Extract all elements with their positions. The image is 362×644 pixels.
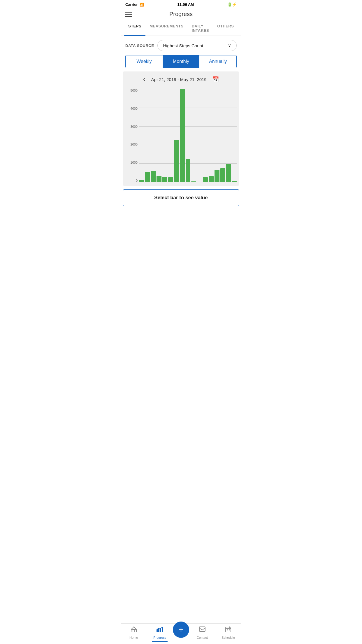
bar-12[interactable] (209, 176, 214, 182)
wifi-icon: 📶 (140, 3, 144, 7)
bar-4[interactable] (162, 177, 167, 182)
data-source-dropdown[interactable]: Highest Steps Count ∨ (157, 40, 237, 51)
period-monthly[interactable]: Monthly (163, 55, 200, 68)
menu-button[interactable] (125, 12, 132, 17)
bar-6[interactable] (174, 140, 179, 182)
chart-inner (139, 89, 237, 182)
y-axis: 5000 4000 3000 2000 1000 0 (125, 89, 139, 182)
prev-arrow[interactable]: ‹ (143, 76, 145, 83)
date-range: Apr 21, 2019 - May 21, 2019 (151, 77, 207, 82)
tab-measurements[interactable]: MEASUREMENTS (145, 21, 188, 36)
calendar-icon[interactable]: 📅 (212, 76, 219, 83)
bar-8[interactable] (186, 159, 191, 183)
select-bar-text: Select bar to see value (154, 195, 208, 200)
y-label-3000: 3000 (125, 125, 139, 128)
bars-wrapper (139, 89, 237, 182)
bar-2[interactable] (151, 171, 156, 182)
bar-10[interactable] (197, 182, 202, 182)
bar-7[interactable] (180, 89, 185, 182)
bar-3[interactable] (157, 176, 161, 182)
bar-5[interactable] (168, 177, 173, 183)
status-bar: Carrier 📶 11:06 AM 🔋⚡ (121, 0, 241, 8)
y-label-1000: 1000 (125, 161, 139, 164)
tab-steps[interactable]: STEPS (124, 21, 145, 36)
y-label-0: 0 (125, 179, 139, 182)
bar-16[interactable] (232, 181, 237, 182)
tab-daily-intakes[interactable]: DAILY INTAKES (188, 21, 213, 36)
bar-14[interactable] (220, 168, 225, 182)
chart-container: ‹ Apr 21, 2019 - May 21, 2019 📅 5000 400… (123, 71, 239, 186)
y-label-4000: 4000 (125, 107, 139, 110)
status-right: 🔋⚡ (227, 2, 237, 7)
period-annually[interactable]: Annually (199, 55, 236, 68)
data-source-label: DATA SOURCE (125, 43, 154, 48)
data-source-value: Highest Steps Count (163, 43, 203, 48)
y-label-2000: 2000 (125, 143, 139, 146)
period-selector: Weekly Monthly Annually (125, 55, 237, 68)
tab-others[interactable]: OTHERS (213, 21, 238, 36)
bar-0[interactable] (139, 180, 144, 182)
bar-9[interactable] (191, 181, 196, 182)
chart-nav: ‹ Apr 21, 2019 - May 21, 2019 📅 (125, 76, 237, 83)
battery-icon: 🔋⚡ (227, 2, 237, 7)
time-label: 11:06 AM (178, 2, 194, 7)
select-bar-box[interactable]: Select bar to see value (123, 189, 239, 206)
chevron-down-icon: ∨ (228, 43, 231, 48)
period-weekly[interactable]: Weekly (126, 55, 163, 68)
carrier-label: Carrier (125, 2, 138, 7)
data-source-row: DATA SOURCE Highest Steps Count ∨ (121, 36, 241, 55)
header: Progress (121, 8, 241, 21)
bar-11[interactable] (203, 177, 208, 183)
bar-1[interactable] (145, 172, 150, 182)
tabs-container: STEPS MEASUREMENTS DAILY INTAKES OTHERS (121, 21, 241, 36)
y-label-5000: 5000 (125, 89, 139, 92)
status-left: Carrier 📶 (125, 2, 144, 7)
bar-13[interactable] (215, 170, 219, 182)
bar-15[interactable] (226, 164, 231, 182)
bar-chart: 5000 4000 3000 2000 1000 0 (125, 89, 237, 182)
tabs: STEPS MEASUREMENTS DAILY INTAKES OTHERS (121, 21, 241, 36)
page-title: Progress (169, 11, 193, 18)
